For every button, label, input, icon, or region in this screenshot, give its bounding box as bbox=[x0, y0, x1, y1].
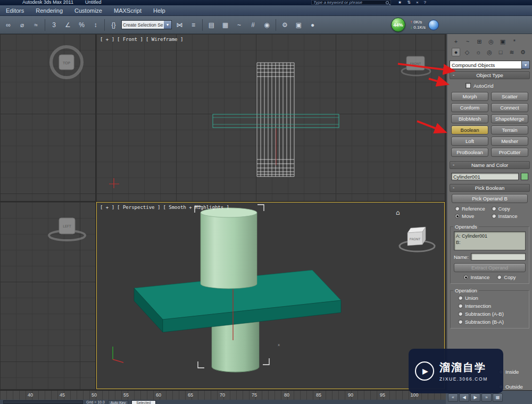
help-icon[interactable]: ? bbox=[424, 0, 426, 5]
maxscript-mini-listener[interactable] bbox=[3, 400, 83, 404]
space-warps-category-icon[interactable]: ≋ bbox=[508, 48, 516, 56]
object-color-swatch[interactable] bbox=[521, 173, 528, 180]
viewport-left[interactable] bbox=[0, 202, 95, 389]
play-button[interactable]: ▶ bbox=[470, 393, 480, 402]
menu-maxscript[interactable]: MAXScript bbox=[108, 5, 147, 15]
bind-to-space-warp-icon[interactable]: ≈ bbox=[30, 19, 42, 31]
perspective-viewport-shading[interactable]: [ Smooth + Highlights ] bbox=[163, 205, 229, 210]
scatter-button[interactable]: Scatter bbox=[491, 92, 528, 101]
connect-button[interactable]: Connect bbox=[491, 103, 528, 112]
viewport-perspective[interactable] bbox=[96, 202, 445, 389]
graphite-modeling-icon[interactable]: ▦ bbox=[219, 19, 231, 31]
align-icon[interactable]: ≡ bbox=[187, 19, 200, 31]
pick-operand-b-button[interactable]: Pick Operand B bbox=[452, 194, 528, 203]
mirror-icon[interactable]: ⋈ bbox=[173, 19, 186, 31]
geometry-type-dropdown[interactable]: Compound Objects ▼ bbox=[450, 61, 530, 69]
layer-manager-icon[interactable]: ▤ bbox=[205, 19, 218, 31]
dropdown-arrow-icon[interactable]: ▼ bbox=[164, 21, 171, 29]
updown-icon[interactable]: ⇅ bbox=[407, 0, 411, 5]
modify-tab-icon[interactable]: ~ bbox=[463, 37, 472, 46]
menu-editors[interactable]: Editors bbox=[0, 5, 30, 15]
hierarchy-tab-icon[interactable]: ⊞ bbox=[475, 37, 484, 46]
rollout-object-type[interactable]: - Object Type bbox=[450, 71, 530, 79]
union-radio-row[interactable]: Union bbox=[458, 295, 526, 301]
display-tab-icon[interactable]: ▣ bbox=[498, 37, 507, 46]
proboolean-button[interactable]: ProBoolean bbox=[451, 148, 488, 157]
object-name-field[interactable]: Cylinder001 bbox=[451, 173, 519, 180]
operand-a[interactable]: A: Cylinder001 bbox=[456, 233, 523, 239]
dropdown-arrow-icon[interactable]: ▼ bbox=[521, 61, 529, 69]
motion-tab-icon[interactable]: ◎ bbox=[487, 37, 495, 46]
star-icon[interactable]: ★ bbox=[398, 0, 402, 5]
terrain-button[interactable]: Terrain bbox=[491, 125, 528, 134]
morph-button[interactable]: Morph bbox=[451, 92, 488, 101]
front-viewport-menu[interactable]: [ + ] bbox=[100, 37, 114, 42]
extract-copy-radio[interactable] bbox=[497, 275, 502, 280]
timeline-tick-80[interactable]: 80 bbox=[284, 392, 289, 398]
previous-frame-button[interactable]: ◀ bbox=[459, 393, 469, 402]
timeline-tick-70[interactable]: 70 bbox=[220, 392, 225, 398]
go-to-start-button[interactable]: « bbox=[448, 393, 458, 402]
infocenter-search-input[interactable]: Type a keyword or phrase bbox=[311, 0, 391, 5]
timeline-tick-90[interactable]: 90 bbox=[348, 392, 353, 398]
named-selection-set-dropdown[interactable]: Create Selection Se ▼ bbox=[121, 20, 172, 29]
rollout-collapse-icon[interactable]: - bbox=[453, 162, 454, 167]
intersection-radio-row[interactable]: Intersection bbox=[458, 303, 526, 309]
rollout-collapse-icon[interactable]: - bbox=[453, 184, 454, 190]
menu-rendering[interactable]: Rendering bbox=[30, 5, 69, 15]
timeline-tick-95[interactable]: 95 bbox=[380, 392, 385, 398]
shapes-category-icon[interactable]: ◇ bbox=[463, 48, 471, 56]
unlink-selection-icon[interactable]: ⌀ bbox=[16, 19, 28, 31]
front-viewport-shading[interactable]: [ Wireframe ] bbox=[146, 37, 183, 42]
instance-radio-row[interactable]: Instance bbox=[492, 213, 527, 219]
timeline-tick-55[interactable]: 55 bbox=[123, 392, 129, 398]
close-icon[interactable]: × bbox=[416, 0, 419, 5]
timeline-tick-45[interactable]: 45 bbox=[60, 392, 65, 398]
auto-key-button[interactable]: Auto Key bbox=[108, 400, 128, 404]
perspective-viewport-name[interactable]: [ Perspective ] bbox=[117, 205, 160, 210]
timeline-tick-65[interactable]: 65 bbox=[188, 392, 193, 398]
subtraction-ba-radio[interactable] bbox=[458, 319, 463, 324]
lights-category-icon[interactable]: ☼ bbox=[474, 48, 483, 56]
extract-operand-button[interactable]: Extract Operand bbox=[454, 263, 526, 272]
operands-list[interactable]: A: Cylinder001 B: bbox=[454, 231, 526, 250]
percent-snap-icon[interactable]: % bbox=[76, 19, 88, 31]
extract-copy-radio-row[interactable]: Copy bbox=[497, 274, 516, 280]
menu-customize[interactable]: Customize bbox=[69, 5, 108, 15]
front-viewport-name[interactable]: [ Front ] bbox=[117, 37, 143, 42]
rollout-name-and-color[interactable]: - Name and Color bbox=[450, 161, 530, 169]
instance-radio[interactable] bbox=[492, 214, 496, 218]
timeline-tick-60[interactable]: 60 bbox=[156, 392, 161, 398]
rollout-pick-boolean[interactable]: - Pick Boolean bbox=[450, 184, 530, 192]
search-icon[interactable] bbox=[386, 1, 389, 4]
render-setup-icon[interactable]: ⚙ bbox=[279, 19, 291, 31]
blobmesh-button[interactable]: BlobMesh bbox=[451, 114, 488, 123]
geometry-category-icon[interactable]: ● bbox=[452, 48, 460, 56]
key-mode-button[interactable]: ▦ bbox=[493, 393, 503, 402]
timeline-ruler[interactable]: 40 45 50 55 60 65 70 75 80 85 90 95 100 bbox=[0, 390, 446, 400]
render-production-icon[interactable]: ● bbox=[306, 19, 319, 31]
snap-toggle-3d-icon[interactable]: 3 bbox=[48, 19, 60, 31]
mesher-button[interactable]: Mesher bbox=[491, 137, 528, 146]
extract-instance-radio[interactable] bbox=[463, 275, 468, 280]
material-editor-icon[interactable]: ◉ bbox=[261, 19, 273, 31]
operand-b[interactable]: B: bbox=[456, 239, 523, 246]
helpers-category-icon[interactable]: □ bbox=[496, 48, 505, 56]
copy-radio[interactable] bbox=[492, 206, 496, 211]
perspective-viewport-menu[interactable]: [ + ] bbox=[100, 205, 114, 210]
go-to-end-button[interactable]: » bbox=[481, 393, 492, 402]
create-tab-icon[interactable]: + bbox=[452, 37, 460, 46]
timeline-tick-50[interactable]: 50 bbox=[92, 392, 97, 398]
utilities-tab-icon[interactable]: * bbox=[510, 37, 519, 46]
key-filters-dropdown[interactable]: Selected bbox=[131, 400, 155, 404]
conform-button[interactable]: Conform bbox=[451, 103, 488, 112]
viewport-front[interactable] bbox=[96, 34, 445, 201]
viewport-top[interactable] bbox=[0, 34, 95, 201]
systems-category-icon[interactable]: ⚙ bbox=[519, 48, 527, 56]
boolean-button[interactable]: Boolean bbox=[451, 125, 488, 134]
timeline-tick-85[interactable]: 85 bbox=[316, 392, 321, 398]
timeline-tick-40[interactable]: 40 bbox=[28, 392, 33, 398]
reference-radio-row[interactable]: Reference bbox=[455, 206, 491, 212]
subtraction-ab-radio[interactable] bbox=[458, 312, 463, 316]
union-radio[interactable] bbox=[458, 296, 463, 300]
